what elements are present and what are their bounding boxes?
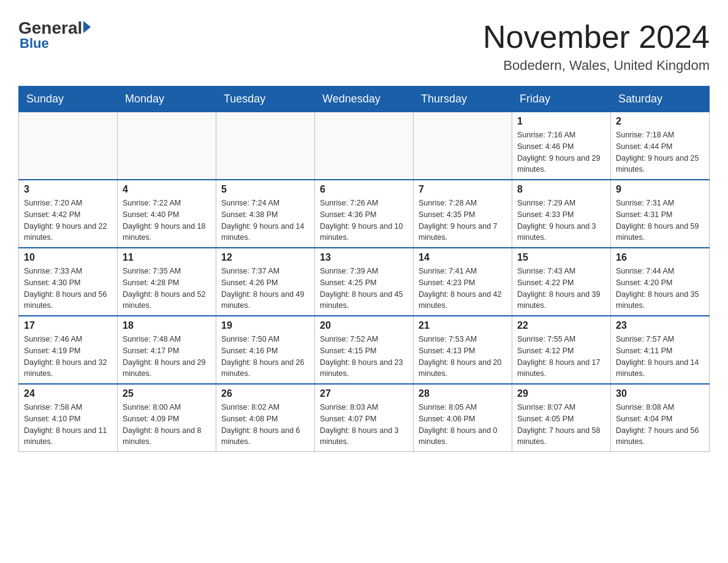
calendar-day-cell: 10Sunrise: 7:33 AMSunset: 4:30 PMDayligh… [19, 248, 118, 316]
calendar-day-cell: 5Sunrise: 7:24 AMSunset: 4:38 PMDaylight… [216, 180, 315, 248]
day-info: Sunrise: 7:46 AMSunset: 4:19 PMDaylight:… [24, 334, 112, 380]
day-number: 5 [221, 184, 309, 195]
calendar-day-cell: 16Sunrise: 7:44 AMSunset: 4:20 PMDayligh… [611, 248, 710, 316]
calendar-day-cell: 27Sunrise: 8:03 AMSunset: 4:07 PMDayligh… [315, 384, 414, 452]
logo-blue-text: Blue [18, 36, 49, 52]
day-info: Sunrise: 7:53 AMSunset: 4:13 PMDaylight:… [419, 334, 507, 380]
day-number: 25 [123, 388, 211, 399]
day-number: 15 [517, 252, 605, 263]
calendar-day-cell: 12Sunrise: 7:37 AMSunset: 4:26 PMDayligh… [216, 248, 315, 316]
day-number: 27 [320, 388, 408, 399]
month-title: November 2024 [483, 18, 710, 55]
calendar-day-cell: 9Sunrise: 7:31 AMSunset: 4:31 PMDaylight… [611, 180, 710, 248]
day-number: 4 [123, 184, 211, 195]
calendar-day-cell: 28Sunrise: 8:05 AMSunset: 4:06 PMDayligh… [414, 384, 512, 452]
day-info: Sunrise: 7:33 AMSunset: 4:30 PMDaylight:… [24, 266, 112, 312]
day-info: Sunrise: 7:20 AMSunset: 4:42 PMDaylight:… [24, 197, 112, 243]
day-number: 26 [221, 388, 309, 399]
calendar-day-cell: 13Sunrise: 7:39 AMSunset: 4:25 PMDayligh… [315, 248, 414, 316]
calendar-day-cell [118, 112, 216, 180]
day-info: Sunrise: 7:39 AMSunset: 4:25 PMDaylight:… [320, 266, 408, 312]
location-subtitle: Bodedern, Wales, United Kingdom [483, 58, 710, 74]
day-of-week-header: Thursday [414, 86, 512, 112]
day-number: 16 [616, 252, 704, 263]
calendar-table: SundayMondayTuesdayWednesdayThursdayFrid… [18, 86, 710, 452]
day-info: Sunrise: 7:16 AMSunset: 4:46 PMDaylight:… [517, 129, 605, 175]
calendar-day-cell: 18Sunrise: 7:48 AMSunset: 4:17 PMDayligh… [118, 316, 216, 384]
day-number: 11 [123, 252, 211, 263]
calendar-day-cell: 8Sunrise: 7:29 AMSunset: 4:33 PMDaylight… [512, 180, 611, 248]
day-number: 12 [221, 252, 309, 263]
calendar-day-cell: 11Sunrise: 7:35 AMSunset: 4:28 PMDayligh… [118, 248, 216, 316]
day-number: 17 [24, 320, 112, 331]
calendar-day-cell: 29Sunrise: 8:07 AMSunset: 4:05 PMDayligh… [512, 384, 611, 452]
day-info: Sunrise: 7:50 AMSunset: 4:16 PMDaylight:… [221, 334, 309, 380]
calendar-day-cell [315, 112, 414, 180]
day-number: 13 [320, 252, 408, 263]
calendar-day-cell: 7Sunrise: 7:28 AMSunset: 4:35 PMDaylight… [414, 180, 512, 248]
calendar-header-row: SundayMondayTuesdayWednesdayThursdayFrid… [19, 86, 710, 112]
calendar-day-cell: 21Sunrise: 7:53 AMSunset: 4:13 PMDayligh… [414, 316, 512, 384]
day-number: 30 [616, 388, 704, 399]
day-info: Sunrise: 7:58 AMSunset: 4:10 PMDaylight:… [24, 402, 112, 448]
logo-arrow-icon [83, 21, 91, 33]
day-info: Sunrise: 7:35 AMSunset: 4:28 PMDaylight:… [123, 266, 211, 312]
day-info: Sunrise: 8:08 AMSunset: 4:04 PMDaylight:… [616, 402, 704, 448]
day-info: Sunrise: 7:18 AMSunset: 4:44 PMDaylight:… [616, 129, 704, 175]
page-header: General Blue November 2024 Bodedern, Wal… [18, 18, 710, 74]
day-number: 21 [419, 320, 507, 331]
day-number: 19 [221, 320, 309, 331]
day-info: Sunrise: 8:07 AMSunset: 4:05 PMDaylight:… [517, 402, 605, 448]
day-info: Sunrise: 7:43 AMSunset: 4:22 PMDaylight:… [517, 266, 605, 312]
day-info: Sunrise: 7:41 AMSunset: 4:23 PMDaylight:… [419, 266, 507, 312]
day-number: 20 [320, 320, 408, 331]
calendar-day-cell [19, 112, 118, 180]
calendar-day-cell: 30Sunrise: 8:08 AMSunset: 4:04 PMDayligh… [611, 384, 710, 452]
calendar-day-cell: 4Sunrise: 7:22 AMSunset: 4:40 PMDaylight… [118, 180, 216, 248]
day-number: 3 [24, 184, 112, 195]
day-number: 29 [517, 388, 605, 399]
day-of-week-header: Friday [512, 86, 611, 112]
day-of-week-header: Saturday [611, 86, 710, 112]
day-info: Sunrise: 7:31 AMSunset: 4:31 PMDaylight:… [616, 197, 704, 243]
calendar-week-row: 10Sunrise: 7:33 AMSunset: 4:30 PMDayligh… [19, 248, 710, 316]
day-info: Sunrise: 7:24 AMSunset: 4:38 PMDaylight:… [221, 197, 309, 243]
calendar-day-cell [414, 112, 512, 180]
calendar-week-row: 24Sunrise: 7:58 AMSunset: 4:10 PMDayligh… [19, 384, 710, 452]
day-number: 1 [517, 116, 605, 127]
day-number: 7 [419, 184, 507, 195]
calendar-week-row: 3Sunrise: 7:20 AMSunset: 4:42 PMDaylight… [19, 180, 710, 248]
day-number: 8 [517, 184, 605, 195]
day-number: 18 [123, 320, 211, 331]
calendar-day-cell [216, 112, 315, 180]
day-number: 28 [419, 388, 507, 399]
calendar-day-cell: 15Sunrise: 7:43 AMSunset: 4:22 PMDayligh… [512, 248, 611, 316]
day-info: Sunrise: 7:55 AMSunset: 4:12 PMDaylight:… [517, 334, 605, 380]
day-number: 23 [616, 320, 704, 331]
calendar-day-cell: 26Sunrise: 8:02 AMSunset: 4:08 PMDayligh… [216, 384, 315, 452]
calendar-day-cell: 14Sunrise: 7:41 AMSunset: 4:23 PMDayligh… [414, 248, 512, 316]
day-number: 10 [24, 252, 112, 263]
day-of-week-header: Sunday [19, 86, 118, 112]
day-info: Sunrise: 7:29 AMSunset: 4:33 PMDaylight:… [517, 197, 605, 243]
calendar-day-cell: 20Sunrise: 7:52 AMSunset: 4:15 PMDayligh… [315, 316, 414, 384]
day-info: Sunrise: 7:22 AMSunset: 4:40 PMDaylight:… [123, 197, 211, 243]
calendar-day-cell: 19Sunrise: 7:50 AMSunset: 4:16 PMDayligh… [216, 316, 315, 384]
calendar-day-cell: 6Sunrise: 7:26 AMSunset: 4:36 PMDaylight… [315, 180, 414, 248]
day-of-week-header: Wednesday [315, 86, 414, 112]
day-info: Sunrise: 7:37 AMSunset: 4:26 PMDaylight:… [221, 266, 309, 312]
calendar-day-cell: 22Sunrise: 7:55 AMSunset: 4:12 PMDayligh… [512, 316, 611, 384]
title-section: November 2024 Bodedern, Wales, United Ki… [483, 18, 710, 74]
calendar-week-row: 17Sunrise: 7:46 AMSunset: 4:19 PMDayligh… [19, 316, 710, 384]
day-of-week-header: Tuesday [216, 86, 315, 112]
day-info: Sunrise: 8:02 AMSunset: 4:08 PMDaylight:… [221, 402, 309, 448]
day-info: Sunrise: 7:52 AMSunset: 4:15 PMDaylight:… [320, 334, 408, 380]
day-of-week-header: Monday [118, 86, 216, 112]
calendar-day-cell: 24Sunrise: 7:58 AMSunset: 4:10 PMDayligh… [19, 384, 118, 452]
calendar-day-cell: 2Sunrise: 7:18 AMSunset: 4:44 PMDaylight… [611, 112, 710, 180]
day-info: Sunrise: 7:26 AMSunset: 4:36 PMDaylight:… [320, 197, 408, 243]
day-info: Sunrise: 8:00 AMSunset: 4:09 PMDaylight:… [123, 402, 211, 448]
calendar-day-cell: 3Sunrise: 7:20 AMSunset: 4:42 PMDaylight… [19, 180, 118, 248]
calendar-day-cell: 23Sunrise: 7:57 AMSunset: 4:11 PMDayligh… [611, 316, 710, 384]
logo: General Blue [18, 18, 91, 52]
